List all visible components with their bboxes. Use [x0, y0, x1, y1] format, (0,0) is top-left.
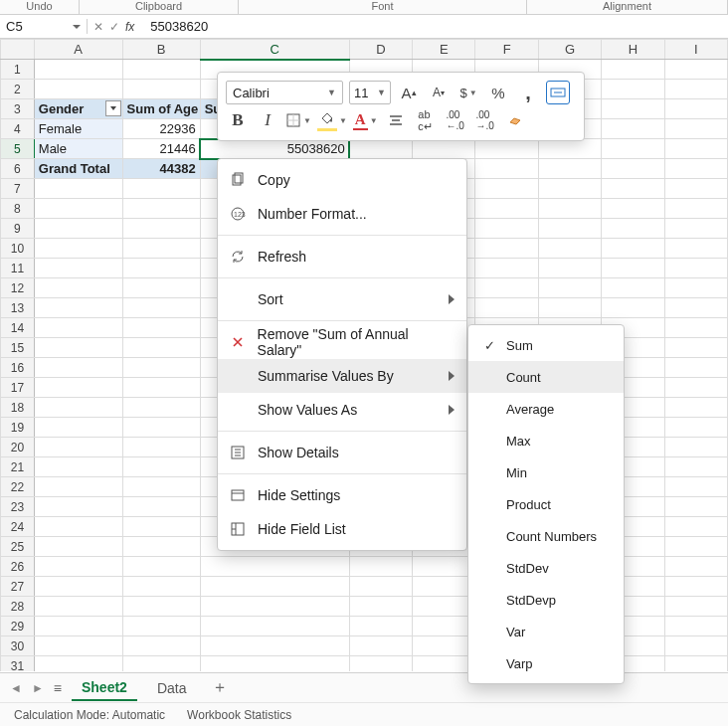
cell[interactable]	[34, 179, 122, 199]
cell[interactable]	[413, 597, 475, 617]
cell[interactable]	[538, 298, 601, 318]
cell[interactable]	[664, 438, 727, 457]
cell[interactable]	[34, 517, 122, 537]
cell[interactable]	[413, 617, 475, 636]
cell[interactable]	[349, 656, 412, 672]
cell[interactable]	[34, 219, 122, 239]
row-header[interactable]: 10	[1, 239, 35, 259]
decrease-font-icon[interactable]: A▾	[427, 81, 451, 104]
cell[interactable]	[200, 636, 349, 656]
cell[interactable]	[122, 179, 200, 199]
cell[interactable]	[200, 577, 349, 597]
summarise-option[interactable]: Varp	[468, 647, 624, 679]
cell[interactable]	[664, 298, 727, 318]
cell[interactable]	[122, 457, 200, 477]
cell[interactable]	[34, 239, 122, 259]
row-header[interactable]: 24	[1, 517, 35, 537]
cell[interactable]	[664, 338, 727, 358]
row-header[interactable]: 29	[1, 617, 35, 636]
fx-icon[interactable]: fx	[125, 20, 134, 34]
cell[interactable]	[664, 99, 727, 119]
cell[interactable]	[664, 398, 727, 418]
cell[interactable]: Sum of Age	[122, 99, 200, 119]
cell[interactable]: 44382	[122, 159, 200, 179]
cell[interactable]	[475, 199, 538, 219]
status-workbook-stats[interactable]: Workbook Statistics	[187, 708, 291, 722]
sheet-nav-next[interactable]: ►	[32, 681, 44, 695]
context-menu-copy[interactable]: Copy	[218, 163, 466, 197]
cell[interactable]: Male	[34, 139, 122, 159]
cell[interactable]	[475, 179, 538, 199]
cell[interactable]	[34, 418, 122, 438]
cell[interactable]	[122, 636, 200, 656]
cell[interactable]	[122, 358, 200, 378]
cell[interactable]	[122, 497, 200, 517]
row-header[interactable]: 8	[1, 199, 35, 219]
cell[interactable]	[475, 139, 538, 159]
formula-input[interactable]: 55038620	[140, 19, 728, 34]
summarise-option[interactable]: Max	[468, 425, 624, 456]
cell[interactable]	[664, 477, 727, 497]
cell[interactable]	[413, 139, 475, 159]
cell[interactable]	[538, 199, 601, 219]
cell[interactable]	[664, 80, 727, 99]
accounting-format-icon[interactable]: $▼	[456, 81, 480, 104]
cell[interactable]	[602, 159, 664, 179]
new-sheet-button[interactable]: ＋	[206, 677, 234, 698]
row-header[interactable]: 14	[1, 318, 35, 338]
cell[interactable]	[664, 617, 727, 636]
cell[interactable]	[664, 497, 727, 517]
cell[interactable]	[200, 597, 349, 617]
cell[interactable]	[122, 278, 200, 298]
cell[interactable]	[34, 298, 122, 318]
row-header[interactable]: 9	[1, 219, 35, 239]
row-header[interactable]: 6	[1, 159, 35, 179]
summarise-option[interactable]: StdDevp	[468, 584, 624, 616]
cell[interactable]	[122, 239, 200, 259]
cell[interactable]	[664, 577, 727, 597]
cell[interactable]	[538, 259, 601, 278]
cell[interactable]	[122, 219, 200, 239]
cell[interactable]	[602, 219, 664, 239]
cell[interactable]	[122, 60, 200, 80]
row-header[interactable]: 16	[1, 358, 35, 378]
cell[interactable]	[664, 358, 727, 378]
fill-color-icon[interactable]: ▼	[317, 108, 347, 132]
cell[interactable]	[538, 179, 601, 199]
cell[interactable]	[200, 557, 349, 577]
context-menu-show-values[interactable]: Show Values As	[218, 393, 466, 427]
row-header[interactable]: 23	[1, 497, 35, 517]
cell[interactable]	[34, 318, 122, 338]
row-header[interactable]: 20	[1, 438, 35, 457]
cell[interactable]	[122, 418, 200, 438]
cell[interactable]	[122, 298, 200, 318]
row-header[interactable]: 19	[1, 418, 35, 438]
context-menu-number-format[interactable]: 123 Number Format...	[218, 197, 466, 231]
cell[interactable]	[349, 617, 412, 636]
cell[interactable]	[664, 656, 727, 672]
cell[interactable]	[122, 656, 200, 672]
cell[interactable]	[664, 557, 727, 577]
cell[interactable]	[475, 259, 538, 278]
cell[interactable]	[602, 119, 664, 139]
summarise-option[interactable]: Product	[468, 488, 624, 520]
cell[interactable]	[413, 577, 475, 597]
cell[interactable]	[602, 179, 664, 199]
column-header[interactable]: A	[34, 40, 122, 60]
status-calc-mode[interactable]: Calculation Mode: Automatic	[14, 708, 165, 722]
row-header[interactable]: 27	[1, 577, 35, 597]
cell[interactable]	[122, 318, 200, 338]
cell[interactable]	[664, 239, 727, 259]
cell[interactable]	[34, 497, 122, 517]
row-header[interactable]: 30	[1, 636, 35, 656]
context-menu-remove[interactable]: Remove "Sum of Annual Salary"	[218, 325, 466, 359]
sheet-nav-prev[interactable]: ◄	[10, 681, 22, 695]
cell[interactable]	[664, 597, 727, 617]
cell[interactable]	[349, 577, 412, 597]
cell[interactable]	[34, 477, 122, 497]
cell[interactable]	[602, 199, 664, 219]
italic-button[interactable]: I	[256, 108, 279, 132]
cell[interactable]	[122, 378, 200, 398]
select-all-corner[interactable]	[1, 40, 35, 60]
merge-center-icon[interactable]	[546, 81, 570, 104]
